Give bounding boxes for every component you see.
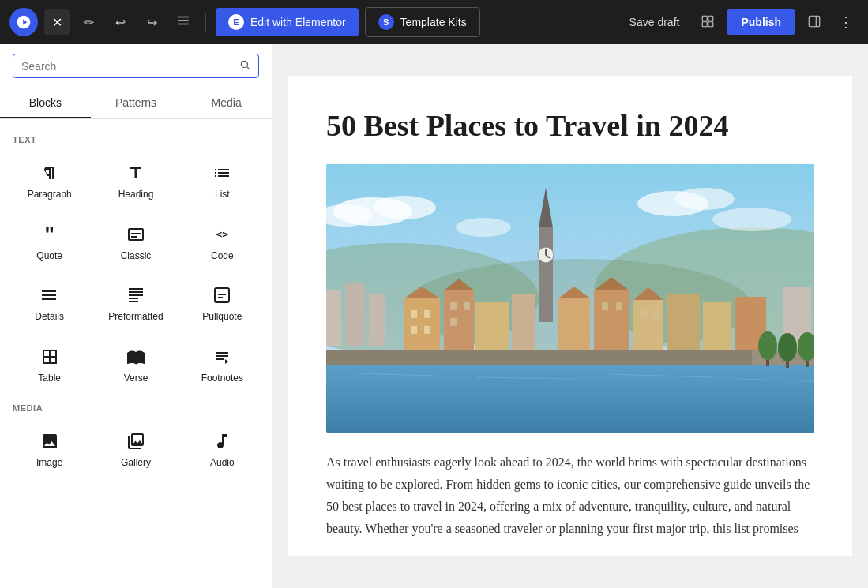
details-icon (39, 284, 61, 306)
pullquote-label: Pullquote (202, 311, 242, 324)
text-section-label: TEXT (0, 125, 272, 149)
audio-label: Audio (210, 457, 235, 470)
svg-rect-51 (654, 310, 660, 318)
view-icon (701, 14, 715, 31)
svg-rect-2 (178, 24, 189, 25)
svg-rect-1 (178, 20, 189, 21)
verse-icon (125, 346, 147, 368)
footnotes-label: Footnotes (201, 373, 243, 385)
post-title[interactable]: 50 Best Places to Travel in 2024 (326, 107, 814, 145)
block-image[interactable]: Image (6, 418, 92, 479)
search-box (13, 54, 259, 78)
table-label: Table (38, 373, 61, 385)
svg-rect-42 (424, 310, 430, 318)
code-label: Code (211, 250, 234, 263)
tabs-row: Blocks Patterns Media (0, 88, 272, 119)
svg-rect-16 (326, 290, 341, 346)
sidebar-toggle-icon (807, 14, 821, 31)
toolbar-separator-1 (205, 13, 206, 32)
sidebar-toggle-button[interactable] (802, 9, 827, 35)
svg-rect-4 (708, 16, 713, 21)
block-verse[interactable]: Verse (92, 333, 178, 395)
block-list[interactable]: List (179, 149, 265, 211)
details-label: Details (35, 311, 64, 324)
block-code[interactable]: <> Code (179, 211, 265, 272)
pen-icon: ✏ (84, 15, 94, 30)
undo-button[interactable]: ↩ (107, 9, 133, 35)
svg-rect-50 (641, 310, 648, 318)
block-heading[interactable]: Heading (92, 149, 178, 211)
paragraph-label: Paragraph (28, 189, 72, 201)
edit-with-elementor-button[interactable]: E Edit with Elementor (216, 8, 359, 36)
media-blocks-grid: Image Gallery Audio (0, 418, 272, 479)
search-area (0, 44, 272, 88)
svg-rect-43 (411, 326, 417, 334)
list-view-button[interactable] (171, 9, 196, 35)
save-draft-button[interactable]: Save draft (620, 9, 690, 35)
block-preformatted[interactable]: Preformatted (92, 272, 178, 333)
more-options-button[interactable]: ⋮ (833, 9, 859, 35)
list-icon (211, 162, 233, 184)
block-details[interactable]: Details (6, 272, 92, 333)
block-quote[interactable]: " Quote (6, 211, 92, 272)
block-classic[interactable]: Classic (92, 211, 178, 272)
svg-point-67 (456, 218, 511, 237)
svg-point-69 (778, 333, 797, 361)
svg-rect-41 (411, 310, 417, 318)
block-table[interactable]: Table (6, 333, 92, 395)
editor-area[interactable]: 50 Best Places to Travel in 2024 (272, 44, 868, 588)
media-section-label: MEDIA (0, 394, 272, 418)
svg-rect-45 (450, 302, 457, 310)
svg-rect-49 (616, 302, 622, 310)
template-btn-label: Template Kits (400, 16, 467, 28)
tab-patterns[interactable]: Patterns (91, 88, 182, 118)
svg-rect-6 (708, 21, 713, 26)
paragraph-icon (39, 162, 61, 184)
svg-rect-74 (806, 361, 809, 367)
svg-point-66 (712, 208, 791, 231)
svg-rect-0 (178, 17, 189, 18)
search-input[interactable] (21, 60, 233, 73)
audio-icon (211, 430, 233, 452)
post-featured-image (326, 164, 814, 433)
block-audio[interactable]: Audio (179, 418, 265, 479)
svg-rect-48 (602, 302, 608, 310)
table-icon (39, 346, 61, 368)
svg-line-10 (247, 67, 250, 69)
svg-rect-21 (539, 227, 553, 322)
svg-rect-7 (809, 16, 820, 27)
list-view-icon (176, 13, 190, 31)
pullquote-icon (211, 284, 233, 306)
block-pullquote[interactable]: Pullquote (179, 272, 265, 333)
block-paragraph[interactable]: Paragraph (6, 149, 92, 211)
view-button[interactable] (695, 9, 720, 35)
search-icon (239, 59, 250, 73)
wp-logo[interactable] (9, 8, 38, 36)
block-gallery[interactable]: Gallery (92, 418, 178, 479)
elementor-btn-label: Edit with Elementor (250, 16, 346, 28)
svg-rect-47 (450, 318, 457, 326)
publish-button[interactable]: Publish (727, 9, 795, 35)
redo-button[interactable]: ↪ (139, 9, 164, 35)
tab-media[interactable]: Media (181, 88, 272, 118)
svg-rect-73 (786, 361, 789, 368)
svg-rect-5 (703, 21, 708, 26)
svg-point-68 (758, 331, 777, 360)
undo-icon: ↩ (115, 15, 126, 30)
list-label: List (215, 189, 230, 201)
svg-rect-3 (703, 16, 708, 21)
gallery-icon (125, 430, 147, 452)
blocks-list: TEXT Paragraph Heading (0, 119, 272, 588)
svg-point-65 (674, 188, 735, 210)
preformatted-label: Preformatted (108, 311, 163, 324)
tab-blocks[interactable]: Blocks (0, 88, 91, 118)
svg-point-62 (373, 196, 436, 219)
close-button[interactable]: ✕ (44, 9, 70, 35)
preformatted-icon (125, 284, 147, 306)
close-icon: ✕ (52, 15, 62, 30)
more-options-icon: ⋮ (839, 13, 853, 31)
block-footnotes[interactable]: Footnotes (179, 333, 265, 395)
template-kits-button[interactable]: S Template Kits (365, 7, 480, 37)
pen-button[interactable]: ✏ (76, 9, 101, 35)
post-body[interactable]: As travel enthusiasts eagerly look ahead… (326, 451, 814, 540)
